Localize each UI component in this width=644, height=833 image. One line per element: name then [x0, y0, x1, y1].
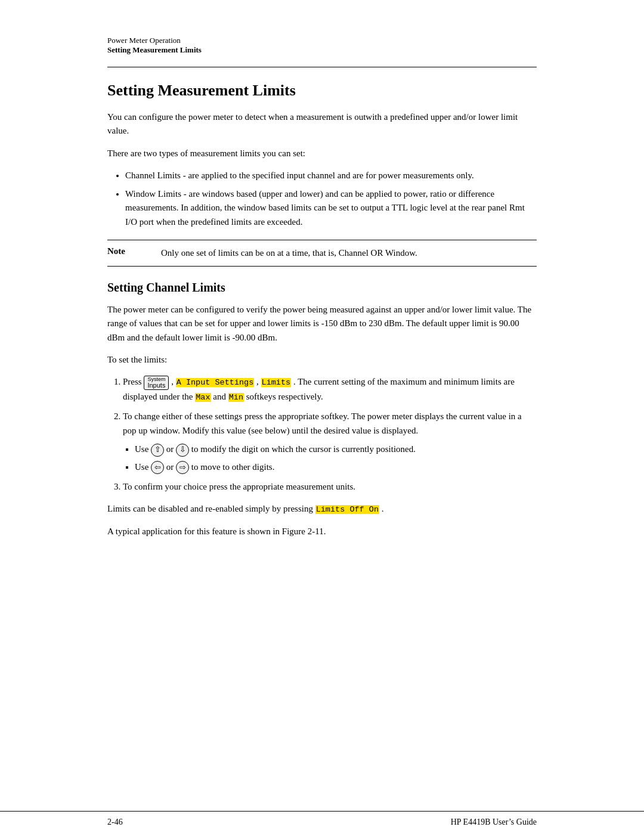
step1-press-label: Press [123, 377, 144, 386]
note-box: Note Only one set of limits can be on at… [107, 240, 537, 267]
section-body: The power meter can be configured to ver… [107, 303, 537, 345]
page-title: Setting Measurement Limits [107, 82, 537, 100]
system-inputs-key: System Inputs [144, 376, 169, 390]
step-2: To change either of these settings press… [123, 410, 537, 474]
step3-text: To confirm your choice press the appropr… [123, 482, 355, 491]
note-label: Note [107, 246, 161, 256]
breadcrumb-line1: Power Meter Operation [107, 36, 537, 45]
a-input-settings-highlight: A Input Settings [176, 378, 255, 387]
list-item: Window Limits - are windows based (upper… [125, 187, 537, 229]
step1-end: softkeys respectively. [246, 392, 323, 401]
limits-off-on-highlight: Limits Off On [315, 505, 379, 514]
up-arrow-btn: ⇧ [151, 444, 164, 457]
step2-subbullets: Use ⇧ or ⇩ to modify the digit on which … [135, 442, 537, 474]
step1-comma2: , [256, 377, 261, 386]
footer-page-number: 2-46 [107, 817, 123, 827]
typical-app-text: A typical application for this feature i… [107, 525, 537, 538]
subbullet-1: Use ⇧ or ⇩ to modify the digit on which … [135, 442, 537, 457]
sub1-rest: to modify the digit on which the cursor … [191, 444, 416, 454]
footer-guide-title: HP E4419B User’s Guide [451, 817, 537, 827]
to-set-limits-label: To set the limits: [107, 353, 537, 367]
down-arrow-btn: ⇩ [176, 444, 189, 457]
step2-text: To change either of these settings press… [123, 411, 522, 435]
list-item: Channel Limits - are applied to the spec… [125, 169, 537, 182]
sub1-or: or [166, 444, 176, 454]
header-breadcrumb: Power Meter Operation Setting Measuremen… [0, 0, 644, 61]
step-3: To confirm your choice press the appropr… [123, 480, 537, 494]
max-highlight: Max [195, 393, 210, 402]
intro-paragraph-1: You can configure the power meter to det… [107, 110, 537, 138]
main-content: Setting Measurement Limits You can confi… [0, 67, 644, 811]
section-heading: Setting Channel Limits [107, 281, 537, 295]
subbullet-2: Use ⇦ or ⇨ to move to other digits. [135, 460, 537, 475]
breadcrumb-line2: Setting Measurement Limits [107, 45, 537, 55]
intro-paragraph-2: There are two types of measurement limit… [107, 147, 537, 160]
sub1-use: Use [135, 444, 151, 454]
step1-and: and [213, 392, 228, 401]
page: Power Meter Operation Setting Measuremen… [0, 0, 644, 833]
limits-highlight-1: Limits [261, 378, 292, 387]
limits-text2: . [382, 504, 384, 513]
limits-text1: Limits can be disabled and re-enabled si… [107, 504, 313, 513]
footer: 2-46 HP E4419B User’s Guide [0, 811, 644, 833]
steps-list: Press System Inputs , A Input Settings ,… [123, 375, 537, 494]
sub2-use: Use [135, 462, 151, 472]
sub2-or: or [166, 462, 176, 472]
step1-comma1: , [171, 377, 176, 386]
left-arrow-btn: ⇦ [151, 461, 164, 474]
bullet-list: Channel Limits - are applied to the spec… [125, 169, 537, 229]
step-1: Press System Inputs , A Input Settings ,… [123, 375, 537, 404]
note-text: Only one set of limits can be on at a ti… [161, 246, 537, 260]
min-highlight: Min [228, 393, 244, 402]
limits-off-on-paragraph: Limits can be disabled and re-enabled si… [107, 502, 537, 516]
sub2-rest: to move to other digits. [191, 462, 275, 472]
right-arrow-btn: ⇨ [176, 461, 189, 474]
